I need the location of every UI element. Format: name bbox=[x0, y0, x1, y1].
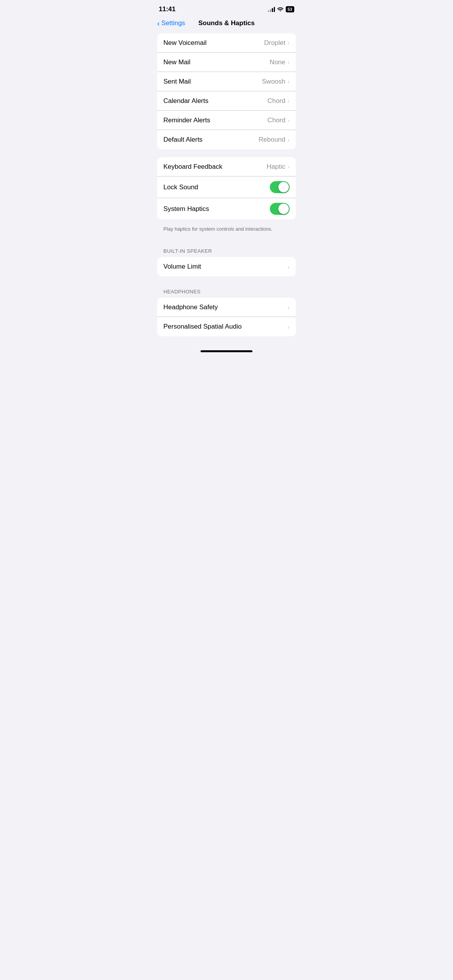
battery-indicator: 53 bbox=[286, 6, 294, 12]
chevron-icon: › bbox=[288, 324, 290, 330]
default-alerts-row[interactable]: Default Alerts Rebound › bbox=[157, 130, 296, 149]
new-mail-row[interactable]: New Mail None › bbox=[157, 53, 296, 72]
default-alerts-value: Rebound › bbox=[259, 136, 290, 144]
keyboard-feedback-row[interactable]: Keyboard Feedback Haptic › bbox=[157, 157, 296, 176]
home-bar bbox=[201, 350, 252, 352]
toggle-knob bbox=[278, 204, 289, 214]
system-haptics-row: System Haptics bbox=[157, 198, 296, 219]
chevron-icon: › bbox=[288, 137, 290, 143]
status-time: 11:41 bbox=[159, 5, 175, 13]
volume-limit-label: Volume Limit bbox=[163, 263, 201, 271]
reminder-alerts-row[interactable]: Reminder Alerts Chord › bbox=[157, 111, 296, 130]
volume-limit-row[interactable]: Volume Limit › bbox=[157, 257, 296, 276]
system-haptics-toggle[interactable] bbox=[270, 203, 290, 215]
calendar-alerts-label: Calendar Alerts bbox=[163, 97, 208, 105]
status-bar: 11:41 53 bbox=[151, 0, 302, 16]
back-button[interactable]: ‹ Settings bbox=[157, 19, 185, 27]
toggle-knob bbox=[278, 182, 289, 192]
chevron-icon: › bbox=[288, 304, 290, 310]
headphones-header: HEADPHONES bbox=[151, 279, 302, 298]
new-voicemail-row[interactable]: New Voicemail Droplet › bbox=[157, 33, 296, 53]
system-haptics-label: System Haptics bbox=[163, 205, 209, 213]
built-in-speaker-header: BUILT-IN SPEAKER bbox=[151, 239, 302, 257]
back-chevron-icon: ‹ bbox=[157, 19, 160, 27]
sound-tones-group: New Voicemail Droplet › New Mail None › … bbox=[157, 33, 296, 149]
sent-mail-value: Swoosh › bbox=[262, 78, 290, 86]
chevron-icon: › bbox=[288, 117, 290, 123]
new-mail-value: None › bbox=[269, 58, 290, 66]
lock-sound-toggle[interactable] bbox=[270, 181, 290, 193]
new-voicemail-value: Droplet › bbox=[264, 39, 290, 47]
home-indicator bbox=[151, 344, 302, 355]
page-title: Sounds & Haptics bbox=[198, 19, 254, 27]
chevron-icon: › bbox=[288, 59, 290, 65]
calendar-alerts-value: Chord › bbox=[268, 97, 290, 105]
keyboard-feedback-value: Haptic › bbox=[267, 163, 290, 171]
chevron-icon: › bbox=[288, 98, 290, 104]
new-mail-label: New Mail bbox=[163, 58, 190, 66]
calendar-alerts-row[interactable]: Calendar Alerts Chord › bbox=[157, 91, 296, 111]
signal-icon bbox=[268, 7, 275, 12]
reminder-alerts-label: Reminder Alerts bbox=[163, 117, 210, 124]
spatial-audio-label: Personalised Spatial Audio bbox=[163, 323, 242, 331]
chevron-icon: › bbox=[288, 264, 290, 270]
keyboard-feedback-label: Keyboard Feedback bbox=[163, 163, 222, 171]
back-label: Settings bbox=[161, 19, 185, 27]
chevron-icon: › bbox=[288, 78, 290, 85]
headphone-safety-label: Headphone Safety bbox=[163, 303, 218, 311]
system-haptics-note: Play haptics for system controls and int… bbox=[151, 223, 302, 239]
built-in-speaker-section: BUILT-IN SPEAKER Volume Limit › bbox=[151, 239, 302, 276]
chevron-icon: › bbox=[288, 39, 290, 46]
spatial-audio-row[interactable]: Personalised Spatial Audio › bbox=[157, 317, 296, 336]
headphones-group: Headphone Safety › Personalised Spatial … bbox=[157, 298, 296, 336]
default-alerts-label: Default Alerts bbox=[163, 136, 202, 144]
reminder-alerts-value: Chord › bbox=[268, 117, 290, 124]
new-voicemail-label: New Voicemail bbox=[163, 39, 207, 47]
status-icons: 53 bbox=[268, 6, 294, 12]
headphone-safety-row[interactable]: Headphone Safety › bbox=[157, 298, 296, 317]
chevron-icon: › bbox=[288, 163, 290, 170]
wifi-icon bbox=[277, 6, 283, 12]
volume-limit-group: Volume Limit › bbox=[157, 257, 296, 276]
sent-mail-label: Sent Mail bbox=[163, 78, 191, 86]
headphones-section: HEADPHONES Headphone Safety › Personalis… bbox=[151, 279, 302, 336]
sent-mail-row[interactable]: Sent Mail Swoosh › bbox=[157, 72, 296, 91]
lock-sound-row: Lock Sound bbox=[157, 176, 296, 198]
feedback-group: Keyboard Feedback Haptic › Lock Sound Sy… bbox=[157, 157, 296, 219]
nav-bar: ‹ Settings Sounds & Haptics bbox=[151, 16, 302, 32]
lock-sound-label: Lock Sound bbox=[163, 183, 198, 191]
